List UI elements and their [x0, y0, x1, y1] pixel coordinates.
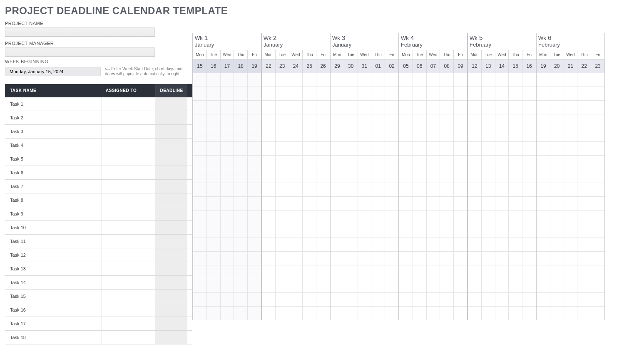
task-name-cell[interactable]: Task 7 — [5, 180, 102, 193]
calendar-cell[interactable] — [509, 183, 522, 197]
calendar-cell[interactable] — [358, 183, 372, 197]
calendar-cell[interactable] — [262, 238, 276, 252]
calendar-cell[interactable] — [509, 210, 522, 224]
calendar-cell[interactable] — [344, 87, 358, 101]
calendar-cell[interactable] — [385, 183, 398, 197]
calendar-cell[interactable] — [427, 307, 440, 320]
calendar-cell[interactable] — [495, 238, 509, 252]
calendar-cell[interactable] — [550, 279, 564, 293]
calendar-cell[interactable] — [262, 114, 276, 128]
calendar-cell[interactable] — [193, 252, 207, 265]
calendar-cell[interactable] — [495, 265, 509, 279]
calendar-cell[interactable] — [248, 128, 261, 142]
calendar-cell[interactable] — [316, 210, 330, 224]
task-name-cell[interactable]: Task 10 — [5, 221, 102, 234]
calendar-cell[interactable] — [331, 114, 344, 128]
calendar-cell[interactable] — [385, 265, 398, 279]
calendar-cell[interactable] — [522, 197, 536, 210]
calendar-cell[interactable] — [193, 169, 207, 183]
calendar-cell[interactable] — [234, 114, 248, 128]
calendar-cell[interactable] — [234, 293, 248, 307]
calendar-cell[interactable] — [316, 73, 330, 87]
calendar-cell[interactable] — [316, 101, 330, 114]
calendar-cell[interactable] — [564, 238, 578, 252]
calendar-cell[interactable] — [522, 101, 536, 114]
calendar-cell[interactable] — [358, 265, 372, 279]
calendar-cell[interactable] — [207, 307, 221, 320]
calendar-cell[interactable] — [537, 87, 550, 101]
calendar-cell[interactable] — [454, 156, 467, 169]
calendar-cell[interactable] — [371, 87, 385, 101]
calendar-cell[interactable] — [591, 279, 604, 293]
calendar-cell[interactable] — [344, 197, 358, 210]
calendar-cell[interactable] — [193, 183, 207, 197]
calendar-cell[interactable] — [550, 142, 564, 156]
calendar-cell[interactable] — [193, 156, 207, 169]
calendar-cell[interactable] — [276, 87, 289, 101]
calendar-cell[interactable] — [303, 101, 316, 114]
calendar-cell[interactable] — [399, 169, 413, 183]
calendar-cell[interactable] — [427, 197, 440, 210]
calendar-cell[interactable] — [276, 183, 289, 197]
calendar-cell[interactable] — [482, 224, 495, 238]
calendar-cell[interactable] — [276, 156, 289, 169]
calendar-cell[interactable] — [522, 252, 536, 265]
calendar-cell[interactable] — [193, 114, 207, 128]
assigned-to-cell[interactable] — [102, 235, 155, 248]
calendar-cell[interactable] — [550, 238, 564, 252]
calendar-cell[interactable] — [522, 73, 536, 87]
assigned-to-cell[interactable] — [102, 317, 155, 330]
calendar-cell[interactable] — [591, 87, 604, 101]
calendar-cell[interactable] — [303, 197, 316, 210]
calendar-cell[interactable] — [371, 197, 385, 210]
calendar-cell[interactable] — [344, 252, 358, 265]
calendar-cell[interactable] — [221, 114, 234, 128]
calendar-cell[interactable] — [495, 156, 509, 169]
calendar-cell[interactable] — [454, 73, 467, 87]
calendar-cell[interactable] — [371, 279, 385, 293]
calendar-cell[interactable] — [221, 183, 234, 197]
calendar-cell[interactable] — [344, 265, 358, 279]
calendar-cell[interactable] — [413, 114, 427, 128]
calendar-cell[interactable] — [371, 252, 385, 265]
calendar-cell[interactable] — [221, 252, 234, 265]
calendar-cell[interactable] — [221, 238, 234, 252]
calendar-cell[interactable] — [495, 114, 509, 128]
calendar-cell[interactable] — [537, 307, 550, 320]
calendar-cell[interactable] — [344, 224, 358, 238]
calendar-cell[interactable] — [331, 169, 344, 183]
calendar-cell[interactable] — [564, 224, 578, 238]
calendar-cell[interactable] — [482, 101, 495, 114]
calendar-cell[interactable] — [344, 210, 358, 224]
calendar-cell[interactable] — [537, 197, 550, 210]
calendar-cell[interactable] — [522, 128, 536, 142]
calendar-cell[interactable] — [468, 128, 482, 142]
calendar-cell[interactable] — [276, 307, 289, 320]
assigned-to-cell[interactable] — [102, 331, 155, 344]
calendar-cell[interactable] — [522, 210, 536, 224]
calendar-cell[interactable] — [550, 114, 564, 128]
calendar-cell[interactable] — [495, 279, 509, 293]
calendar-cell[interactable] — [454, 128, 467, 142]
calendar-cell[interactable] — [468, 265, 482, 279]
assigned-to-cell[interactable] — [102, 248, 155, 262]
calendar-cell[interactable] — [482, 156, 495, 169]
calendar-cell[interactable] — [509, 252, 522, 265]
calendar-cell[interactable] — [193, 197, 207, 210]
calendar-cell[interactable] — [427, 128, 440, 142]
calendar-cell[interactable] — [564, 128, 578, 142]
calendar-cell[interactable] — [522, 114, 536, 128]
calendar-cell[interactable] — [385, 101, 398, 114]
calendar-cell[interactable] — [248, 293, 261, 307]
calendar-cell[interactable] — [289, 183, 303, 197]
calendar-cell[interactable] — [413, 128, 427, 142]
calendar-cell[interactable] — [276, 238, 289, 252]
calendar-cell[interactable] — [550, 252, 564, 265]
calendar-cell[interactable] — [550, 169, 564, 183]
calendar-cell[interactable] — [385, 279, 398, 293]
calendar-cell[interactable] — [385, 87, 398, 101]
calendar-cell[interactable] — [399, 252, 413, 265]
deadline-cell[interactable] — [155, 166, 187, 179]
calendar-cell[interactable] — [537, 101, 550, 114]
deadline-cell[interactable] — [155, 248, 187, 262]
